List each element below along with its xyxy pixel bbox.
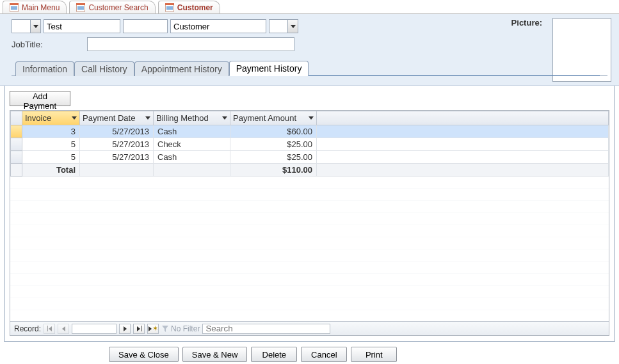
object-tab-customer[interactable]: Customer	[158, 1, 220, 13]
col-payment-date[interactable]: Payment Date	[80, 111, 154, 125]
customer-header: JobTitle: Picture: Information Call Hist…	[0, 14, 619, 86]
last-name-field[interactable]	[170, 19, 266, 33]
nav-prev-button[interactable]	[58, 324, 69, 334]
cancel-button[interactable]: Cancel	[301, 347, 347, 362]
col-invoice[interactable]: Invoice	[22, 111, 80, 125]
record-label: Record:	[14, 324, 41, 333]
save-new-button[interactable]: Save & New	[182, 347, 248, 362]
col-payment-amount[interactable]: Payment Amount	[230, 111, 317, 125]
table-row[interactable]: 3 5/27/2013 Cash $60.00	[11, 125, 609, 138]
detail-tab-bar: Information Call History Appointment His…	[12, 60, 607, 76]
svg-rect-6	[77, 6, 84, 8]
svg-rect-2	[11, 6, 17, 8]
save-close-button[interactable]: Save & Close	[109, 347, 179, 362]
object-tab-label: Customer Search	[88, 3, 148, 12]
chevron-down-icon[interactable]	[145, 116, 150, 120]
tab-information[interactable]: Information	[15, 61, 74, 76]
title-combo[interactable]	[12, 19, 41, 33]
form-icon	[165, 3, 174, 12]
suffix-combo[interactable]	[269, 19, 298, 33]
tab-call-history[interactable]: Call History	[74, 61, 134, 76]
form-action-bar: Save & Close Save & New Delete Cancel Pr…	[0, 342, 619, 362]
row-selector[interactable]	[11, 138, 22, 151]
object-tab-label: Customer	[177, 3, 213, 12]
tab-appointment-history[interactable]: Appointment History	[134, 61, 229, 76]
dropdown-icon[interactable]	[30, 20, 40, 33]
svg-rect-7	[77, 8, 84, 10]
svg-rect-1	[10, 3, 19, 5]
object-tab-customer-search[interactable]: Customer Search	[69, 1, 155, 13]
grid-empty-area	[10, 177, 609, 321]
print-button[interactable]: Print	[351, 347, 397, 362]
middle-name-field[interactable]	[123, 19, 168, 33]
select-all-corner[interactable]	[11, 111, 22, 125]
record-number-field[interactable]	[72, 324, 117, 334]
form-icon	[10, 3, 19, 12]
chevron-down-icon[interactable]	[222, 116, 227, 120]
filter-indicator[interactable]: No Filter	[161, 324, 200, 333]
table-row[interactable]: 5 5/27/2013 Cash $25.00	[11, 151, 609, 164]
jobtitle-field[interactable]	[87, 37, 294, 51]
first-name-field[interactable]	[44, 19, 120, 33]
svg-rect-3	[11, 8, 17, 10]
table-row[interactable]: 5 5/27/2013 Check $25.00	[11, 138, 609, 151]
tab-underline	[306, 75, 600, 75]
col-spacer	[317, 111, 609, 125]
search-input[interactable]	[202, 324, 330, 334]
nav-new-button[interactable]: ✶	[147, 324, 159, 334]
svg-rect-11	[166, 8, 173, 10]
delete-button[interactable]: Delete	[251, 347, 297, 362]
nav-first-button[interactable]	[44, 324, 55, 334]
form-icon	[76, 3, 85, 12]
record-navigator: Record: ✶ No Filter	[10, 321, 609, 335]
tab-payment-history[interactable]: Payment History	[229, 61, 309, 76]
row-selector[interactable]	[11, 151, 22, 164]
object-tab-main-menu[interactable]: Main Menu	[3, 1, 67, 13]
jobtitle-label: JobTitle:	[12, 40, 82, 49]
payment-grid: Invoice Payment Date Billing Method Paym…	[10, 110, 609, 336]
filter-icon	[161, 325, 169, 333]
chevron-down-icon[interactable]	[72, 116, 77, 120]
col-billing-method[interactable]: Billing Method	[154, 111, 230, 125]
nav-next-button[interactable]	[119, 324, 131, 334]
add-payment-button[interactable]: Add Payment	[10, 91, 70, 106]
object-tab-label: Main Menu	[22, 3, 60, 12]
svg-rect-10	[166, 6, 173, 8]
total-row: Total $110.00	[11, 164, 609, 177]
dropdown-icon[interactable]	[287, 20, 298, 33]
row-selector[interactable]	[11, 125, 22, 138]
svg-rect-9	[165, 3, 174, 5]
picture-label: Picture:	[511, 18, 542, 28]
object-tab-bar: Main Menu Customer Search Customer	[0, 0, 619, 14]
chevron-down-icon[interactable]	[309, 116, 314, 120]
svg-rect-5	[76, 3, 85, 5]
nav-last-button[interactable]	[133, 324, 145, 334]
payment-history-pane: Add Payment Invoice Payment Date Billing…	[4, 86, 615, 342]
